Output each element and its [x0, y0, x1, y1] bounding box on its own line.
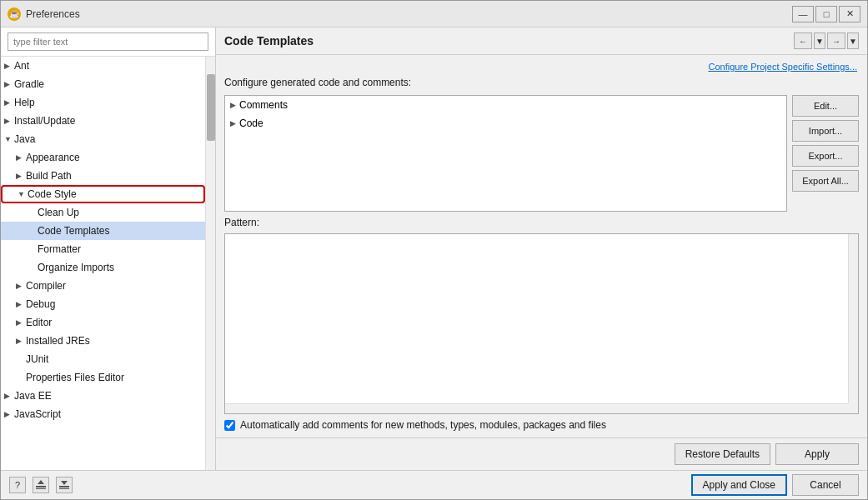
config-label: Configure generated code and comments:: [224, 77, 859, 88]
window-title: Preferences: [26, 8, 792, 20]
gradle-label: Gradle: [14, 78, 44, 90]
preferences-window: ☕ Preferences — □ ✕ ▶ Ant: [0, 0, 868, 500]
auto-comments-label: Automatically add comments for new metho…: [240, 419, 606, 431]
sidebar-item-help[interactable]: ▶ Help: [1, 93, 205, 112]
help-label: Help: [14, 97, 35, 108]
sidebar-item-install-update[interactable]: ▶ Install/Update: [1, 112, 205, 130]
compiler-arrow: ▶: [16, 282, 26, 290]
title-bar: ☕ Preferences — □ ✕: [1, 1, 867, 28]
javascript-arrow: ▶: [4, 410, 14, 418]
templates-area: ▶ Comments ▶ Code Edit... Import... Expo…: [224, 95, 859, 212]
footer-left: ?: [9, 477, 73, 493]
templates-tree: ▶ Comments ▶ Code: [224, 95, 787, 212]
build-path-label: Build Path: [26, 170, 72, 182]
junit-label: JUnit: [26, 353, 48, 365]
sidebar-scrollbar[interactable]: [205, 57, 215, 470]
config-project-link[interactable]: Configure Project Specific Settings...: [224, 62, 859, 72]
apply-button[interactable]: Apply: [775, 443, 859, 465]
cancel-button[interactable]: Cancel: [792, 474, 859, 496]
comments-arrow: ▶: [230, 101, 236, 109]
gradle-arrow: ▶: [4, 80, 14, 88]
pattern-label: Pattern:: [224, 217, 859, 228]
sidebar-item-gradle[interactable]: ▶ Gradle: [1, 75, 205, 93]
sidebar-scroll-container: ▶ Ant ▶ Gradle ▶ Help ▶: [1, 57, 215, 470]
pattern-area: [224, 233, 859, 414]
help-icon-button[interactable]: ?: [9, 477, 26, 493]
java-ee-label: Java EE: [14, 390, 52, 402]
svg-rect-3: [59, 486, 69, 488]
sidebar-item-organize-imports[interactable]: Organize Imports: [1, 258, 205, 277]
debug-arrow: ▶: [16, 300, 26, 308]
clean-up-label: Clean Up: [38, 207, 79, 218]
search-input[interactable]: [8, 32, 208, 51]
comments-label: Comments: [239, 99, 288, 111]
close-button[interactable]: ✕: [839, 6, 860, 22]
templates-buttons: Edit... Import... Export... Export All..…: [792, 95, 859, 212]
auto-comments-checkbox[interactable]: [224, 420, 235, 431]
export-all-button[interactable]: Export All...: [792, 170, 859, 192]
pattern-scrollbar-horizontal[interactable]: [225, 403, 848, 413]
export-prefs-button[interactable]: [33, 477, 49, 493]
svg-marker-5: [61, 481, 68, 485]
edit-button[interactable]: Edit...: [792, 95, 859, 117]
sidebar-item-java-ee[interactable]: ▶ Java EE: [1, 387, 205, 405]
pattern-scrollbar-vertical[interactable]: [848, 234, 858, 403]
panel-header: Code Templates ← ▼ → ▼: [216, 28, 867, 55]
appearance-arrow: ▶: [16, 153, 26, 162]
forward-dropdown[interactable]: ▼: [847, 32, 859, 49]
export-button[interactable]: Export...: [792, 145, 859, 167]
organize-imports-label: Organize Imports: [38, 262, 114, 273]
java-ee-arrow: ▶: [4, 392, 14, 400]
restore-defaults-button[interactable]: Restore Defaults: [675, 443, 770, 465]
sidebar-item-compiler[interactable]: ▶ Compiler: [1, 277, 205, 295]
sidebar-item-build-path[interactable]: ▶ Build Path: [1, 167, 205, 185]
maximize-button[interactable]: □: [815, 6, 837, 22]
back-button[interactable]: ←: [794, 32, 812, 49]
sidebar-item-java[interactable]: ▼ Java: [1, 130, 205, 148]
code-style-label: Code Style: [28, 188, 77, 200]
sidebar-item-javascript[interactable]: ▶ JavaScript: [1, 405, 205, 423]
install-update-arrow: ▶: [4, 117, 14, 125]
search-box: [1, 28, 215, 57]
back-dropdown[interactable]: ▼: [814, 32, 825, 49]
template-node-code[interactable]: ▶ Code: [225, 114, 786, 132]
template-node-comments[interactable]: ▶ Comments: [225, 96, 786, 114]
installed-jres-arrow: ▶: [16, 337, 26, 345]
sidebar-item-formatter[interactable]: Formatter: [1, 240, 205, 258]
scroll-corner: [848, 403, 858, 413]
sidebar-item-ant[interactable]: ▶ Ant: [1, 57, 205, 75]
sidebar-item-installed-jres[interactable]: ▶ Installed JREs: [1, 332, 205, 350]
apply-close-button[interactable]: Apply and Close: [691, 474, 787, 496]
svg-rect-0: [36, 486, 46, 488]
sidebar-item-properties-files[interactable]: Properties Files Editor: [1, 368, 205, 387]
formatter-label: Formatter: [38, 243, 81, 255]
build-path-arrow: ▶: [16, 172, 26, 180]
import-button[interactable]: Import...: [792, 120, 859, 142]
ant-arrow: ▶: [4, 62, 14, 70]
sidebar-item-code-templates[interactable]: Code Templates: [1, 222, 205, 240]
sidebar-scrollbar-thumb: [207, 74, 215, 141]
export-icon: [35, 479, 47, 491]
sidebar-item-junit[interactable]: JUnit: [1, 350, 205, 368]
footer-right: Apply and Close Cancel: [691, 474, 859, 496]
sidebar-item-clean-up[interactable]: Clean Up: [1, 203, 205, 222]
sidebar-item-editor[interactable]: ▶ Editor: [1, 313, 205, 332]
import-prefs-button[interactable]: [56, 477, 73, 493]
installed-jres-label: Installed JREs: [26, 335, 90, 347]
properties-files-label: Properties Files Editor: [26, 372, 124, 383]
java-label: Java: [14, 133, 35, 145]
bottom-buttons: Restore Defaults Apply: [216, 438, 867, 470]
minimize-button[interactable]: —: [792, 6, 814, 22]
ant-label: Ant: [14, 60, 29, 72]
nav-arrows: ← ▼ → ▼: [794, 32, 859, 49]
panel-body: Configure Project Specific Settings... C…: [216, 55, 867, 438]
sidebar-item-appearance[interactable]: ▶ Appearance: [1, 148, 205, 167]
right-panel: Code Templates ← ▼ → ▼ Configure Project…: [216, 28, 867, 470]
sidebar: ▶ Ant ▶ Gradle ▶ Help ▶: [1, 28, 216, 470]
app-icon: ☕: [8, 8, 21, 21]
forward-button[interactable]: →: [827, 32, 845, 49]
sidebar-item-debug[interactable]: ▶ Debug: [1, 295, 205, 313]
sidebar-item-code-style[interactable]: ▼ Code Style: [1, 185, 205, 203]
svg-rect-4: [59, 488, 69, 489]
import-icon: [58, 479, 70, 491]
